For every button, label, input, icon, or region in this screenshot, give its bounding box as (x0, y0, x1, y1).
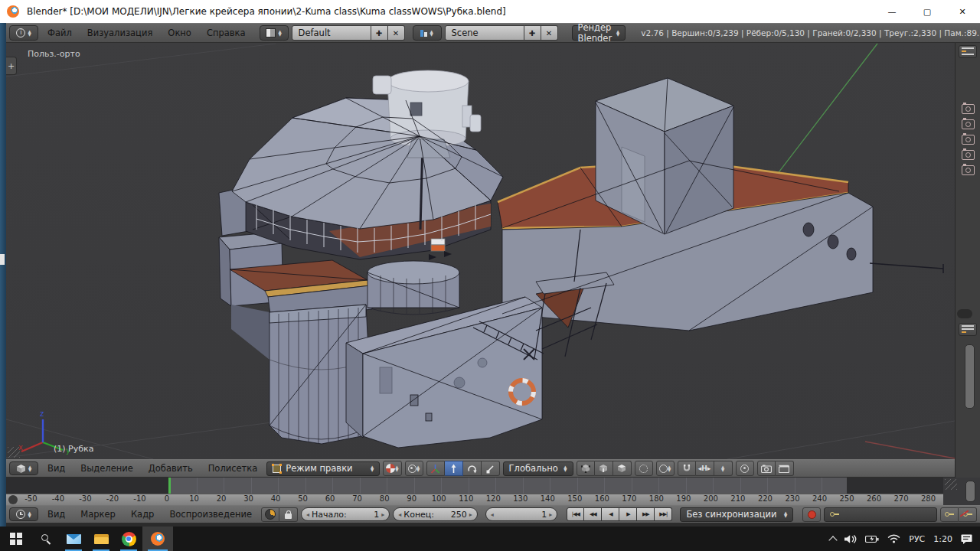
menu-window[interactable]: Окно (162, 24, 198, 42)
menu-playback[interactable]: Воспроизведение (163, 505, 258, 523)
jump-to-start-button[interactable]: |◀◀ (567, 507, 584, 521)
3d-viewport[interactable]: x y z Польз.-орто (1) Рубка + (6, 43, 955, 459)
camera-restrict-icon[interactable] (962, 165, 975, 175)
vertex-select-button[interactable] (577, 461, 595, 476)
minimize-button[interactable]: — (874, 0, 910, 23)
edge-select-button[interactable] (595, 461, 613, 476)
menu-select[interactable]: Выделение (74, 459, 139, 478)
speaker-icon[interactable] (844, 534, 857, 544)
lock-time-cursor-button[interactable] (279, 507, 298, 522)
menu-view[interactable]: Вид (41, 459, 71, 478)
language-indicator[interactable]: РУС (909, 534, 925, 544)
toolshelf-expand-tab[interactable]: + (6, 57, 17, 75)
increment-arrow-icon[interactable]: ▸ (381, 511, 384, 518)
manipulator-toggle-button[interactable] (426, 461, 445, 476)
clock-time[interactable]: 1:20 (933, 534, 952, 544)
scene-field[interactable]: Scene (445, 25, 524, 41)
previous-keyframe-button[interactable]: ◀◀ (584, 507, 602, 521)
render-engine-dropdown[interactable]: Рендер Blender ▲▼ (572, 25, 626, 41)
editor-type-button-outliner[interactable] (959, 45, 977, 58)
play-button[interactable]: ▶ (619, 507, 637, 521)
editor-type-button-timeline[interactable]: ▲▼ (9, 507, 38, 521)
editor-type-button-3dview[interactable]: ▲▼ (9, 461, 38, 475)
properties-scrollbar[interactable] (965, 344, 975, 409)
start-button[interactable] (0, 527, 32, 551)
close-button[interactable]: ✕ (945, 0, 980, 23)
taskbar-explorer-app[interactable] (87, 527, 115, 551)
start-frame-field[interactable]: ◂ Начало: 1 ▸ (301, 507, 390, 521)
limit-selection-visible-button[interactable] (635, 461, 653, 476)
pivot-center-dropdown[interactable]: ▲▼ (405, 461, 423, 476)
area-resize-corner[interactable] (8, 447, 20, 458)
editor-type-button-info[interactable]: i ▲▼ (9, 25, 38, 41)
increment-arrow-icon[interactable]: ▸ (469, 511, 472, 518)
area-resize-corner[interactable] (945, 479, 957, 490)
outliner-scrollbar[interactable] (957, 309, 972, 318)
delete-keyframe-button[interactable] (959, 507, 977, 522)
delete-scene-button[interactable]: ✕ (541, 25, 558, 41)
scene-browse-button[interactable]: ▲▼ (413, 25, 442, 41)
add-layout-button[interactable]: ✚ (371, 25, 388, 41)
opengl-render-image-button[interactable] (757, 461, 776, 476)
menu-mesh[interactable]: Полисетка (202, 459, 264, 478)
decrement-arrow-icon[interactable]: ◂ (491, 511, 494, 518)
timeline-ruler[interactable]: -50-40-30-20-100102030405060708090100110… (6, 478, 943, 505)
window-titlebar[interactable]: Blender* [D:\МОИ МОДЕЛИ\IJN\Легкие крейс… (0, 0, 980, 24)
current-frame-cursor[interactable] (168, 478, 171, 494)
viewport-shading-dropdown[interactable]: ▲▼ (383, 461, 401, 476)
start-frame-label: Начало: (312, 510, 347, 520)
keying-set-field[interactable] (824, 507, 937, 522)
audio-sync-dropdown[interactable]: Без синхронизации ▲▼ (680, 507, 793, 522)
menu-file[interactable]: Файл (41, 24, 78, 42)
action-center-icon[interactable] (961, 534, 972, 544)
mode-dropdown[interactable]: Режим правки ▲▼ (266, 461, 380, 476)
menu-marker[interactable]: Маркер (74, 505, 122, 523)
battery-icon[interactable] (865, 535, 879, 543)
play-reverse-button[interactable]: ◀ (602, 507, 619, 521)
insert-keyframe-button[interactable] (940, 507, 959, 522)
proportional-edit-dropdown[interactable]: ▲▼ (656, 461, 675, 476)
editor-type-button-properties[interactable] (959, 323, 977, 336)
menu-render[interactable]: Визуализация (81, 24, 159, 42)
taskbar-search-button[interactable] (32, 527, 60, 551)
taskbar-blender-app[interactable] (142, 527, 173, 551)
snap-toggle-button[interactable] (678, 461, 696, 476)
next-keyframe-button[interactable]: ▶▶ (637, 507, 655, 521)
auto-keyframe-button[interactable] (802, 507, 821, 522)
timeline-tick-label: 0 (165, 494, 169, 503)
end-frame-field[interactable]: ◂ Конец: 250 ▸ (393, 507, 477, 521)
manipulate-center-points-button[interactable] (736, 461, 754, 476)
snap-target-dropdown[interactable]: ▲▼ (714, 461, 733, 476)
add-scene-button[interactable]: ✚ (524, 25, 541, 41)
scale-manipulator-button[interactable] (482, 461, 500, 476)
screen-layout-browse-button[interactable]: ▲▼ (260, 25, 289, 41)
face-select-button[interactable] (613, 461, 632, 476)
menu-frame[interactable]: Кадр (125, 505, 160, 523)
maximize-button[interactable]: ▢ (910, 0, 945, 23)
opengl-render-animation-button[interactable] (776, 461, 794, 476)
camera-restrict-icon[interactable] (962, 104, 975, 114)
transform-orientation-dropdown[interactable]: Глобально ▲▼ (503, 461, 573, 476)
delete-layout-button[interactable]: ✕ (388, 25, 405, 41)
right-column-scrollbar[interactable] (965, 481, 975, 502)
tray-expand-chevron-icon[interactable] (829, 536, 838, 544)
increment-arrow-icon[interactable]: ▸ (549, 511, 552, 518)
taskbar-mail-app[interactable] (60, 527, 87, 551)
show-seconds-button[interactable] (261, 507, 279, 522)
camera-restrict-icon[interactable] (962, 119, 975, 129)
screen-layout-field[interactable]: Default (292, 25, 371, 41)
camera-restrict-icon[interactable] (962, 135, 975, 145)
snap-element-button[interactable]: ◂H▸ (696, 461, 714, 476)
translate-manipulator-button[interactable] (445, 461, 463, 476)
decrement-arrow-icon[interactable]: ◂ (398, 511, 401, 518)
camera-restrict-icon[interactable] (962, 150, 975, 160)
menu-help[interactable]: Справка (201, 24, 252, 42)
jump-to-end-button[interactable]: ▶▶| (655, 507, 672, 521)
menu-add[interactable]: Добавить (142, 459, 199, 478)
rotate-manipulator-button[interactable] (463, 461, 482, 476)
menu-view[interactable]: Вид (41, 505, 71, 523)
wifi-icon[interactable] (887, 534, 900, 543)
taskbar-chrome-app[interactable] (115, 527, 142, 551)
decrement-arrow-icon[interactable]: ◂ (306, 511, 309, 518)
current-frame-field[interactable]: ◂ 1 ▸ (485, 507, 558, 521)
